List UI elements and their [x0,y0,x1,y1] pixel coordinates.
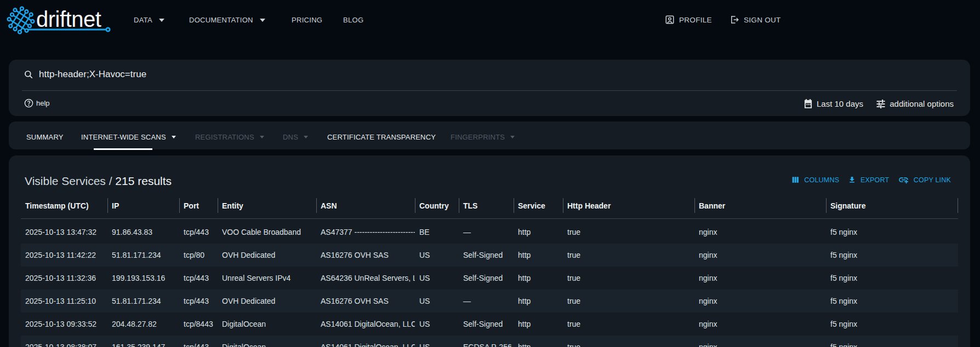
svg-text:driftnet: driftnet [36,7,101,31]
